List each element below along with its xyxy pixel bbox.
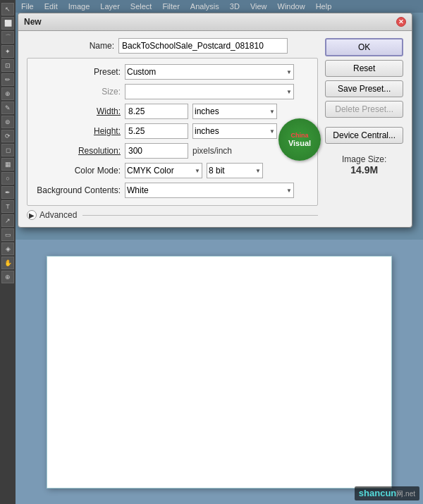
left-toolbar: ↖ ⬜ ⌒ ✦ ⊡ ✏ ⊕ ✎ ⊚ ⟳ ◻ ▦ ○ ✒ T ↗ ▭ ◈ ✋ ⊕ [0, 0, 16, 504]
tool-dodge[interactable]: ○ [1, 172, 14, 185]
background-select-wrapper: White Background Color Transparent [125, 183, 294, 198]
tool-text[interactable]: T [1, 200, 14, 213]
tool-hand[interactable]: ✋ [1, 257, 14, 269]
preset-row: Preset: Custom [33, 64, 312, 80]
tool-zoom[interactable]: ⊕ [1, 271, 14, 283]
background-select[interactable]: White Background Color Transparent [125, 183, 294, 198]
delete-preset-button[interactable]: Delete Preset... [325, 101, 403, 118]
name-row: Name: [27, 38, 318, 54]
menu-image[interactable]: Image [68, 2, 90, 11]
tool-crop[interactable]: ⊡ [1, 59, 14, 72]
tool-arrow[interactable]: ↖ [1, 3, 14, 16]
dialog-buttons: OK Reset Save Preset... Delete Preset...… [325, 38, 403, 220]
app-background: ↖ ⬜ ⌒ ✦ ⊡ ✏ ⊕ ✎ ⊚ ⟳ ◻ ▦ ○ ✒ T ↗ ▭ ◈ ✋ ⊕ … [0, 0, 423, 504]
tool-3d[interactable]: ◈ [1, 242, 14, 255]
color-mode-select[interactable]: CMYK Color RGB Color Grayscale [125, 163, 202, 178]
width-unit-wrapper: inches pixels cm mm [192, 104, 277, 119]
tool-history[interactable]: ⟳ [1, 130, 14, 142]
tool-shape[interactable]: ▭ [1, 228, 14, 241]
resolution-row: Resolution: pixels/inch [33, 143, 312, 159]
device-central-button[interactable]: Device Central... [325, 127, 403, 144]
background-label: Background Contents: [33, 185, 125, 195]
menu-help[interactable]: Help [316, 2, 332, 11]
height-unit-select[interactable]: inches pixels cm mm [192, 123, 277, 139]
width-unit-select[interactable]: inches pixels cm mm [192, 104, 277, 119]
resolution-input[interactable] [125, 143, 188, 159]
size-select-wrapper [125, 84, 294, 99]
height-unit-wrapper: inches pixels cm mm [192, 123, 277, 139]
height-row: Height: inches pixels cm mm [33, 123, 312, 139]
save-preset-button[interactable]: Save Preset... [325, 80, 403, 97]
menu-layer[interactable]: Layer [100, 2, 120, 11]
width-input[interactable] [125, 104, 188, 119]
dialog-body: Name: Preset: Custom [18, 31, 412, 227]
advanced-label: Advanced [39, 210, 77, 220]
ok-button[interactable]: OK [325, 38, 403, 56]
size-label: Size: [33, 87, 125, 97]
preset-select[interactable]: Custom [125, 64, 294, 80]
watermark-china: China [290, 132, 308, 139]
width-label: Width: [33, 106, 125, 116]
resolution-unit: pixels/inch [192, 146, 232, 156]
menu-view[interactable]: View [250, 2, 267, 11]
image-size-value: 14.9M [325, 164, 403, 176]
dialog-title: New [24, 17, 42, 27]
preset-label: Preset: [33, 67, 125, 77]
new-dialog-overlay: New ✕ Name: Preset: [18, 13, 412, 228]
tool-brush[interactable]: ✎ [1, 102, 14, 114]
tool-marquee[interactable]: ⬜ [1, 17, 14, 30]
tool-clone[interactable]: ⊚ [1, 116, 14, 128]
menu-file[interactable]: File [21, 2, 34, 11]
close-button[interactable]: ✕ [396, 17, 406, 27]
shancun-sub-text: 网.net [396, 490, 415, 498]
advanced-row[interactable]: ▶ Advanced [27, 210, 318, 220]
preset-select-wrapper: Custom [125, 64, 294, 80]
watermark-visual: Visual [288, 139, 311, 147]
menu-analysis[interactable]: Analysis [190, 2, 219, 11]
menu-filter[interactable]: Filter [162, 2, 179, 11]
menu-bar: File Edit Image Layer Select Filter Anal… [16, 0, 423, 13]
color-mode-select-wrapper: CMYK Color RGB Color Grayscale [125, 163, 202, 178]
bit-depth-select-wrapper: 8 bit 16 bit 32 bit [207, 163, 263, 178]
menu-3d[interactable]: 3D [230, 2, 240, 11]
menu-edit[interactable]: Edit [44, 2, 58, 11]
color-mode-label: Color Mode: [33, 166, 125, 176]
new-dialog: New ✕ Name: Preset: [18, 13, 412, 228]
tool-eyedropper[interactable]: ✏ [1, 73, 14, 86]
tool-magic-wand[interactable]: ✦ [1, 45, 14, 58]
tool-pen[interactable]: ✒ [1, 186, 14, 199]
name-label: Name: [27, 41, 118, 51]
background-row: Background Contents: White Background Co… [33, 183, 312, 198]
advanced-arrow-icon: ▶ [27, 210, 37, 220]
width-row: Width: inches pixels cm mm [33, 104, 312, 119]
canvas-document [47, 256, 392, 488]
image-size-info: Image Size: 14.9M [325, 154, 403, 176]
tool-lasso[interactable]: ⌒ [1, 31, 14, 44]
advanced-divider [82, 215, 318, 216]
image-size-label: Image Size: [325, 154, 403, 164]
shancun-watermark: shancun网.net [355, 486, 419, 500]
size-row: Size: [33, 84, 312, 99]
name-input[interactable] [118, 38, 288, 54]
tool-eraser[interactable]: ◻ [1, 144, 14, 156]
tool-path-select[interactable]: ↗ [1, 214, 14, 227]
size-select[interactable] [125, 84, 294, 99]
tool-gradient[interactable]: ▦ [1, 158, 14, 171]
canvas-area [16, 240, 423, 504]
height-input[interactable] [125, 123, 188, 139]
dialog-main: Name: Preset: Custom [27, 38, 318, 220]
menu-select[interactable]: Select [130, 2, 152, 11]
bit-depth-select[interactable]: 8 bit 16 bit 32 bit [207, 163, 263, 178]
reset-button[interactable]: Reset [325, 60, 403, 77]
china-visual-badge: China Visual [278, 118, 321, 161]
resolution-label: Resolution: [33, 146, 125, 156]
color-mode-row: Color Mode: CMYK Color RGB Color Graysca… [33, 163, 312, 178]
height-label: Height: [33, 126, 125, 136]
tool-spot-heal[interactable]: ⊕ [1, 87, 14, 100]
dialog-titlebar: New ✕ [18, 13, 412, 31]
shancun-main-text: shancun [359, 488, 396, 498]
menu-window[interactable]: Window [278, 2, 305, 11]
